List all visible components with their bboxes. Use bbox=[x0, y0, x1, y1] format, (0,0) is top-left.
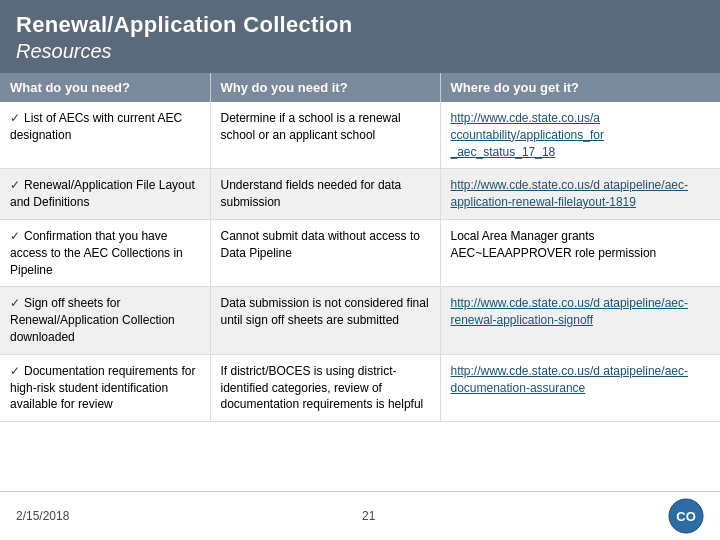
table-cell-why: Understand fields needed for data submis… bbox=[210, 169, 440, 220]
table-row: ✓Renewal/Application File Layout and Def… bbox=[0, 169, 720, 220]
checkmark-icon: ✓ bbox=[10, 178, 20, 192]
main-table-wrapper: What do you need? Why do you need it? Wh… bbox=[0, 73, 720, 491]
co-logo: CO bbox=[668, 498, 704, 534]
table-cell-need: ✓Documentation requirements for high-ris… bbox=[0, 354, 210, 421]
page-subtitle: Resources bbox=[16, 40, 704, 63]
table-cell-where[interactable]: http://www.cde.state.co.us/d atapipeline… bbox=[440, 354, 720, 421]
checkmark-icon: ✓ bbox=[10, 364, 20, 378]
table-cell-why: Data submission is not considered final … bbox=[210, 287, 440, 354]
footer-page: 21 bbox=[362, 509, 375, 523]
table-header-row: What do you need? Why do you need it? Wh… bbox=[0, 73, 720, 102]
table-cell-need: ✓List of AECs with current AEC designati… bbox=[0, 102, 210, 169]
page-header: Renewal/Application Collection Resources bbox=[0, 0, 720, 73]
resource-link[interactable]: http://www.cde.state.co.us/a ccountabili… bbox=[451, 111, 604, 159]
footer-date: 2/15/2018 bbox=[16, 509, 69, 523]
table-cell-where[interactable]: http://www.cde.state.co.us/a ccountabili… bbox=[440, 102, 720, 169]
page-footer: 2/15/2018 21 CO bbox=[0, 491, 720, 540]
resource-link[interactable]: http://www.cde.state.co.us/d atapipeline… bbox=[451, 364, 688, 395]
col-header-where: Where do you get it? bbox=[440, 73, 720, 102]
table-cell-why: Determine if a school is a renewal schoo… bbox=[210, 102, 440, 169]
checkmark-icon: ✓ bbox=[10, 296, 20, 310]
table-row: ✓Sign off sheets for Renewal/Application… bbox=[0, 287, 720, 354]
resource-link[interactable]: http://www.cde.state.co.us/d atapipeline… bbox=[451, 296, 688, 327]
table-cell-why: Cannot submit data without access to Dat… bbox=[210, 219, 440, 286]
table-cell-where[interactable]: http://www.cde.state.co.us/d atapipeline… bbox=[440, 287, 720, 354]
table-cell-where: Local Area Manager grants AEC~LEAAPPROVE… bbox=[440, 219, 720, 286]
checkmark-icon: ✓ bbox=[10, 229, 20, 243]
resources-table: What do you need? Why do you need it? Wh… bbox=[0, 73, 720, 422]
page-title: Renewal/Application Collection bbox=[16, 12, 704, 38]
table-cell-why: If district/BOCES is using district-iden… bbox=[210, 354, 440, 421]
table-row: ✓List of AECs with current AEC designati… bbox=[0, 102, 720, 169]
col-header-need: What do you need? bbox=[0, 73, 210, 102]
table-cell-where[interactable]: http://www.cde.state.co.us/d atapipeline… bbox=[440, 169, 720, 220]
table-row: ✓Confirmation that you have access to th… bbox=[0, 219, 720, 286]
resource-link[interactable]: http://www.cde.state.co.us/d atapipeline… bbox=[451, 178, 688, 209]
col-header-why: Why do you need it? bbox=[210, 73, 440, 102]
svg-text:CO: CO bbox=[676, 509, 696, 524]
table-row: ✓Documentation requirements for high-ris… bbox=[0, 354, 720, 421]
checkmark-icon: ✓ bbox=[10, 111, 20, 125]
table-cell-need: ✓Sign off sheets for Renewal/Application… bbox=[0, 287, 210, 354]
table-cell-need: ✓Renewal/Application File Layout and Def… bbox=[0, 169, 210, 220]
table-cell-need: ✓Confirmation that you have access to th… bbox=[0, 219, 210, 286]
